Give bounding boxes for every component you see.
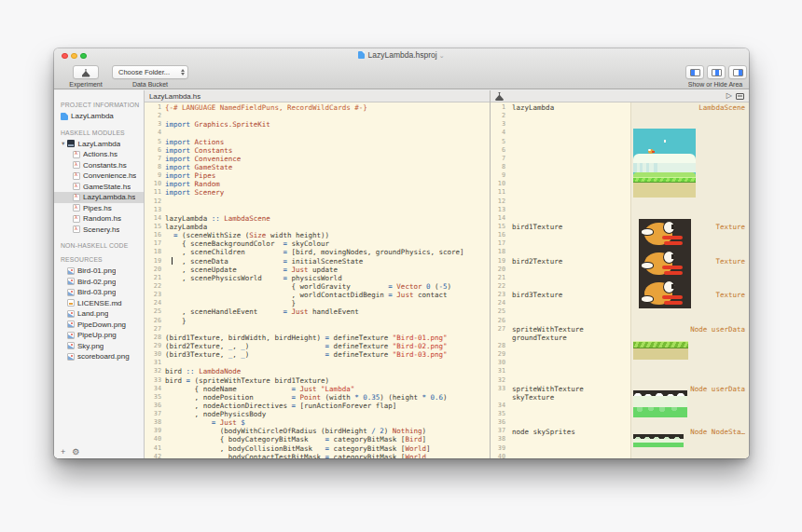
code-line-18[interactable]: , sceneChildren = [bird, movingNodes, gr… — [165, 248, 490, 256]
code-line-17[interactable]: { sceneBackgroundColor = skyColour — [165, 239, 490, 248]
sidebar-item-lazylambda[interactable]: LazyLambda — [54, 111, 144, 122]
result-value[interactable]: bird1Texture — [512, 223, 562, 231]
code-line-31[interactable] — [165, 359, 490, 367]
result-value[interactable]: bird3Texture — [512, 291, 562, 299]
sidebar-item-land-png[interactable]: Land.png — [54, 308, 144, 320]
code-line-21[interactable]: , scenePhysicsWorld = physicsWorld — [165, 274, 490, 282]
result-type-label[interactable]: Node userData — [690, 325, 745, 334]
code-line-34[interactable]: { nodeName = Just "Lambda" — [165, 385, 490, 393]
stepper-icon — [175, 69, 185, 76]
sidebar-item-actions-hs[interactable]: Actions.hs — [54, 149, 144, 160]
code-line-41[interactable]: , bodyCollisionBitMask = categoryBitMask… — [165, 444, 490, 453]
code-line-12[interactable] — [165, 198, 490, 206]
sidebar-item-scenery-hs[interactable]: Scenery.hs — [54, 225, 144, 236]
code-line-39[interactable]: (bodyWithCircleOfRadius (birdHeight / 2)… — [165, 427, 490, 435]
gear-icon[interactable]: ⚙ — [72, 448, 79, 457]
code-line-14[interactable]: lazyLambda :: LambdaScene — [165, 214, 490, 223]
result-value[interactable]: spriteWithTexture skyTexture — [512, 385, 584, 402]
sidebar-item-label: Actions.hs — [83, 150, 118, 158]
add-item-button[interactable]: + — [61, 448, 65, 457]
sidebar-item-convenience-hs[interactable]: Convenience.hs — [54, 171, 144, 182]
sidebar-item-random-hs[interactable]: Random.hs — [54, 213, 144, 225]
code-line-3[interactable]: import Graphics.SpriteKit — [165, 120, 490, 129]
code-line-15[interactable]: lazyLambda — [165, 223, 490, 231]
lazy-lambda-scene-preview[interactable] — [633, 129, 696, 198]
code-line-2[interactable] — [165, 112, 490, 120]
code-line-40[interactable]: { bodyCategoryBitMask = categoryBitMask … — [165, 435, 490, 443]
code-line-27[interactable] — [165, 325, 490, 334]
experiment-button[interactable] — [73, 65, 99, 79]
sidebar-item-lazylambda-hs[interactable]: LazyLambda.hs — [54, 192, 144, 203]
result-value[interactable]: node skySprites — [512, 428, 575, 436]
code-line-25[interactable]: , sceneHandleEvent = Just handleEvent — [165, 307, 490, 316]
result-value[interactable]: spriteWithTexture groundTexture — [512, 325, 584, 342]
sidebar-item-pipes-hs[interactable]: Pipes.hs — [54, 203, 144, 214]
code-line-11[interactable]: import Scenery — [165, 188, 490, 197]
code-line-16[interactable]: = (sceneWithSize (Size width height)) — [165, 231, 490, 239]
ground-texture-preview[interactable] — [633, 341, 688, 360]
result-value[interactable]: bird2Texture — [512, 257, 562, 266]
sidebar-item-lazylambda[interactable]: ▼LazyLambda — [54, 139, 144, 150]
sidebar-item-bird-03-png[interactable]: Bird-03.png — [54, 287, 144, 298]
sky-sprites-preview[interactable] — [633, 434, 684, 447]
code-line-33[interactable]: bird = (spriteWithTexture bird1Texture) — [165, 376, 490, 385]
sidebar-item-scoreboard-png[interactable]: scoreboard.png — [54, 351, 144, 362]
result-type-label[interactable]: Texture — [715, 291, 745, 299]
sidebar-item-constants-hs[interactable]: Constants.hs — [54, 160, 144, 171]
code-line-30[interactable]: (bird3Texture, _, _) = defineTexture "Bi… — [165, 350, 490, 359]
code-line-20[interactable]: , sceneUpdate = Just update — [165, 266, 490, 274]
code-line-29[interactable]: (bird2Texture, _, _) = defineTexture "Bi… — [165, 342, 490, 350]
code-line-37[interactable]: , nodePhysicsBody — [165, 410, 490, 418]
toggle-left-panel-button[interactable] — [685, 65, 704, 79]
sidebar-item-pipedown-png[interactable]: PipeDown.png — [54, 320, 144, 331]
code-line-32[interactable]: bird :: LambdaNode — [165, 367, 490, 375]
external-display-button[interactable] — [736, 93, 744, 100]
code-line-22[interactable]: { worldGravity = Vector 0 (-5) — [165, 282, 490, 291]
code-line-36[interactable]: , nodeActionDirectives = [runActionForev… — [165, 402, 490, 410]
code-line-10[interactable]: import Random — [165, 180, 490, 188]
toggle-right-panel-button[interactable] — [728, 65, 747, 79]
sidebar-item-pipeup-png[interactable]: PipeUp.png — [54, 330, 144, 341]
sidebar-item-sky-png[interactable]: Sky.png — [54, 341, 144, 352]
code-line-19[interactable]: , sceneData = initialSceneState — [165, 257, 490, 266]
choose-folder-value: Choose Folder... — [118, 68, 170, 76]
code-line-28[interactable]: (bird1Texture, birdWidth, birdHeight) = … — [165, 334, 490, 342]
code-line-26[interactable]: } — [165, 317, 490, 325]
png-file-icon — [67, 310, 75, 318]
code-line-7[interactable]: import Convenience — [165, 155, 490, 163]
code-line-8[interactable]: import GameState — [165, 163, 490, 171]
code-line-35[interactable]: , nodePosition = Point (width * 0.35) (h… — [165, 393, 490, 402]
bird-textures-preview[interactable] — [639, 219, 691, 308]
sky-texture-preview[interactable] — [633, 390, 687, 417]
code-line-23[interactable]: , worldContactDidBegin = Just contact — [165, 291, 490, 299]
title-bar: LazyLambda.hsproj⌄ — [54, 48, 749, 61]
code-line-4[interactable] — [165, 129, 490, 137]
result-type-label[interactable]: Texture — [715, 257, 745, 266]
editor-tab[interactable]: LazyLambda.hs — [145, 90, 490, 102]
sidebar-item-gamestate-hs[interactable]: GameState.hs — [54, 182, 144, 193]
code-line-5[interactable]: import Actions — [165, 138, 490, 146]
run-playground-button[interactable]: ▷ — [726, 91, 732, 100]
title-chevron-icon[interactable]: ⌄ — [439, 52, 445, 59]
result-type-label[interactable]: LambdaScene — [698, 103, 745, 112]
code-line-6[interactable]: import Constants — [165, 146, 490, 155]
disclosure-triangle-icon[interactable]: ▼ — [61, 141, 65, 146]
toggle-middle-panel-button[interactable] — [707, 65, 726, 79]
code-line-13[interactable] — [165, 206, 490, 214]
result-type-label[interactable]: Texture — [715, 223, 745, 231]
sidebar-item-license-md[interactable]: LICENSE.md — [54, 298, 144, 309]
result-value[interactable]: lazyLambda — [512, 103, 554, 112]
code-line-9[interactable]: import Pipes — [165, 171, 490, 180]
sidebar-item-label: Sky.png — [77, 342, 104, 350]
sidebar-item-bird-02-png[interactable]: Bird-02.png — [54, 277, 144, 288]
sidebar-item-bird-01-png[interactable]: Bird-01.png — [54, 266, 144, 277]
editor-code[interactable]: {-# LANGUAGE NamedFieldPuns, RecordWildC… — [165, 103, 490, 458]
code-line-1[interactable]: {-# LANGUAGE NamedFieldPuns, RecordWildC… — [165, 103, 490, 112]
data-bucket-dropdown[interactable]: Choose Folder... — [112, 65, 188, 79]
result-type-label[interactable]: Node NodeSta… — [690, 428, 745, 436]
code-line-42[interactable]: , bodyContactTestBitMask = categoryBitMa… — [165, 453, 490, 458]
code-line-38[interactable]: = Just $ — [165, 418, 490, 427]
result-type-label[interactable]: Node userData — [690, 385, 745, 393]
code-line-24[interactable]: } — [165, 299, 490, 307]
code-editor[interactable]: 1234567891011121314151617181920212223242… — [145, 102, 490, 458]
